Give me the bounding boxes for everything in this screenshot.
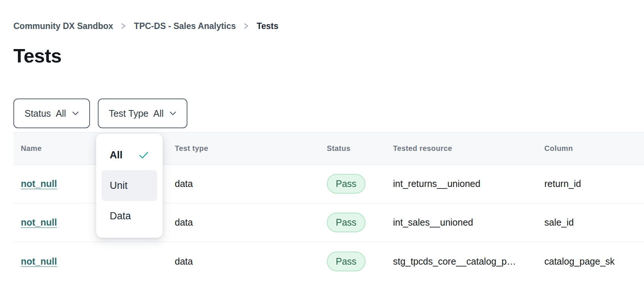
test-name-link[interactable]: not_null (21, 178, 57, 189)
column-header-tested-resource: Tested resource (386, 144, 537, 153)
tested-resource-cell: stg_tpcds_core__catalog_p… (386, 256, 537, 267)
menu-item-label: Unit (110, 180, 128, 191)
tested-resource-cell: int_sales__unioned (386, 217, 537, 228)
column-header-column: Column (537, 144, 644, 153)
tested-resource-cell: int_returns__unioned (386, 178, 537, 189)
test-type-cell: data (167, 178, 319, 189)
column-header-test-type: Test type (167, 144, 319, 153)
breadcrumb-item-current: Tests (257, 20, 278, 32)
status-filter-button[interactable]: Status All (13, 98, 90, 128)
column-header-status: Status (319, 144, 386, 153)
test-type-cell: data (167, 217, 319, 228)
chevron-right-icon (119, 22, 128, 30)
menu-item-label: All (110, 149, 123, 161)
menu-item-unit[interactable]: Unit (102, 170, 157, 201)
chevron-down-icon (72, 111, 79, 116)
column-cell: sale_id (537, 217, 644, 228)
test-name-link[interactable]: not_null (21, 217, 57, 227)
column-cell: catalog_page_sk (537, 256, 644, 267)
status-badge: Pass (327, 213, 366, 232)
test-type-filter-label: Test Type (109, 108, 149, 119)
test-type-cell: data (167, 256, 319, 267)
breadcrumb: Community DX Sandbox TPC-DS - Sales Anal… (13, 20, 278, 32)
filter-bar: Status All Test Type All (13, 98, 187, 128)
menu-item-label: Data (110, 210, 131, 222)
menu-item-all[interactable]: All (102, 140, 157, 170)
check-icon (139, 151, 148, 159)
status-filter-value: All (56, 108, 66, 119)
test-name-link[interactable]: not_null (21, 256, 57, 267)
status-filter-label: Status (25, 108, 51, 119)
status-badge: Pass (327, 174, 366, 194)
breadcrumb-item-project[interactable]: Community DX Sandbox (13, 20, 113, 32)
table-row: not_null data Pass stg_tpcds_core__catal… (13, 242, 644, 281)
column-cell: return_id (537, 178, 644, 189)
chevron-right-icon (241, 22, 251, 30)
test-type-filter-value: All (153, 108, 164, 119)
test-type-dropdown-menu: All Unit Data (96, 133, 163, 238)
menu-item-data[interactable]: Data (102, 201, 157, 232)
page-title: Tests (13, 45, 61, 67)
breadcrumb-item-package[interactable]: TPC-DS - Sales Analytics (134, 20, 236, 32)
test-type-filter-button[interactable]: Test Type All (98, 98, 187, 128)
chevron-down-icon (170, 111, 176, 116)
status-badge: Pass (327, 252, 366, 271)
